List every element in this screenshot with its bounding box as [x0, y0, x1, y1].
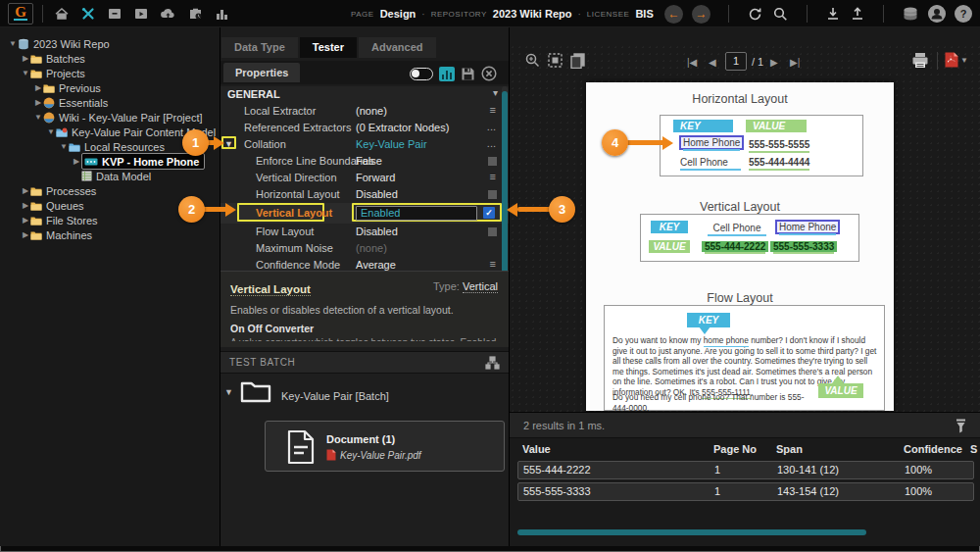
forward-button[interactable]: → — [692, 5, 710, 24]
chevron-down-icon[interactable]: ▼ — [33, 113, 43, 122]
account-icon[interactable] — [928, 5, 946, 23]
tree-item-essentials[interactable]: ▶Essentials — [0, 95, 220, 110]
batch-folder-icon[interactable] — [240, 377, 271, 404]
grooper-logo[interactable]: G — [8, 3, 33, 25]
page-value[interactable]: Design — [380, 8, 416, 20]
column-header-clipped[interactable]: S — [970, 443, 977, 455]
chevron-down-icon[interactable]: ▾ — [493, 87, 498, 98]
result-row[interactable]: 555-555-3333 1 143-154 (12) 100% — [517, 482, 974, 501]
tree-item-machines[interactable]: ▶Machines — [0, 227, 220, 242]
chevron-right-icon[interactable]: ▶ — [33, 83, 43, 92]
batch-hierarchy-icon[interactable] — [485, 356, 500, 370]
home-icon[interactable] — [54, 6, 70, 22]
value-editor[interactable]: Enabled — [356, 206, 477, 221]
property-row-vertical-layout[interactable]: Vertical Layout Enabled ✓ — [220, 203, 510, 224]
page-number-input[interactable]: 1 — [725, 52, 747, 71]
chevron-right-icon[interactable]: ▶ — [33, 98, 43, 107]
briefcase-clock-icon[interactable] — [187, 6, 204, 22]
properties-tab[interactable]: Properties — [223, 63, 300, 82]
toggle-switch[interactable] — [410, 68, 433, 80]
checkbox-unchecked[interactable] — [488, 227, 497, 236]
tools-icon[interactable] — [80, 6, 96, 22]
batch-folder-label[interactable]: Key-Value Pair [Batch] — [281, 390, 389, 402]
menu-icon[interactable]: ≡ — [490, 104, 496, 116]
tree-item-batches[interactable]: ▶Batches — [0, 51, 220, 66]
column-header-confidence[interactable]: Confidence — [904, 443, 962, 455]
property-group-general[interactable]: GENERAL ▾ — [220, 86, 510, 103]
close-icon[interactable] — [481, 66, 497, 81]
tab-data-type[interactable]: Data Type — [221, 37, 298, 58]
print-icon[interactable] — [911, 52, 929, 69]
zoom-icon[interactable] — [524, 52, 541, 69]
chevron-down-icon[interactable]: ▼ — [46, 127, 56, 136]
bar-chart-icon[interactable] — [215, 6, 229, 22]
chevron-down-icon[interactable]: ▼ — [224, 387, 233, 397]
selected-node[interactable]: KVP - Home Phone — [81, 153, 205, 170]
horizontal-scrollbar[interactable] — [517, 529, 866, 535]
chevron-down-icon[interactable]: ▼ — [21, 69, 30, 77]
property-row[interactable]: Flow Layout Disabled — [220, 224, 510, 240]
property-row[interactable]: Horizontal Layout Disabled — [220, 186, 510, 203]
tree-item-projects[interactable]: ▼Projects — [0, 66, 220, 80]
property-row[interactable]: Local Extractor (none) ≡ — [220, 103, 510, 120]
tab-tester[interactable]: Tester — [300, 37, 357, 58]
chevron-right-icon[interactable]: ▶ — [21, 54, 30, 63]
search-icon[interactable] — [772, 6, 789, 23]
help-icon[interactable]: ? — [955, 5, 972, 23]
export-pdf-icon[interactable] — [945, 52, 958, 68]
tree-item-repo[interactable]: ▼2023 Wiki Repo — [0, 36, 220, 51]
menu-icon[interactable]: ≡ — [490, 171, 496, 182]
pages-icon[interactable] — [569, 52, 586, 69]
tree-item-wiki-project[interactable]: ▼Wiki - Key-Value Pair [Project] — [0, 110, 220, 125]
chevron-right-icon[interactable]: ▶ — [21, 216, 30, 225]
download-icon[interactable] — [825, 6, 841, 22]
chevron-right-icon[interactable]: ▶ — [21, 186, 30, 195]
property-row[interactable]: Enforce Line Boundaries False — [220, 153, 510, 170]
last-page-button[interactable]: ▶| — [790, 57, 800, 68]
result-row[interactable]: 555-444-2222 1 130-141 (12) 100% — [517, 461, 974, 479]
cloud-upload-icon[interactable] — [160, 6, 176, 22]
property-row[interactable]: Referenced Extractors (0 Extractor Nodes… — [220, 120, 510, 136]
checkbox-unchecked[interactable] — [488, 157, 497, 166]
document-card[interactable]: Document (1) Key-Value Pair.pdf — [265, 421, 505, 472]
menu-icon[interactable]: ≡ — [490, 258, 496, 270]
prev-page-button[interactable]: ◀ — [709, 57, 716, 68]
next-page-button[interactable]: ▶ — [770, 57, 778, 68]
callout-3-arrow — [517, 207, 551, 212]
chevron-right-icon[interactable]: ▶ — [72, 157, 81, 166]
select-region-icon[interactable] — [547, 52, 564, 69]
property-row[interactable]: Vertical Direction Forward ≡ — [220, 170, 510, 186]
ellipsis-icon[interactable]: ... — [487, 137, 496, 149]
chevron-right-icon[interactable]: ▶ — [21, 201, 30, 210]
first-page-button[interactable]: |◀ — [687, 57, 697, 68]
repository-value[interactable]: 2023 Wiki Repo — [493, 8, 572, 20]
collapse-arrow-icon[interactable]: ▼ — [224, 139, 233, 149]
type-link[interactable]: Vertical — [463, 280, 498, 293]
upload-icon[interactable] — [850, 6, 865, 22]
filter-icon[interactable] — [954, 418, 968, 433]
tab-advanced[interactable]: Advanced — [359, 37, 436, 58]
batch-box-icon[interactable] — [107, 6, 122, 22]
property-row[interactable]: Maximum Noise (none) — [220, 240, 510, 257]
ellipsis-icon[interactable]: ... — [487, 121, 496, 132]
tree-item-kvp-home-phone[interactable]: ▶KVP - Home Phone — [0, 154, 220, 169]
tree-item-data-model[interactable]: Data Model — [0, 169, 220, 183]
refresh-icon[interactable] — [747, 6, 763, 23]
chevron-down-icon[interactable]: ▼ — [59, 142, 69, 151]
checkbox-checked[interactable]: ✓ — [483, 207, 495, 219]
column-header-page[interactable]: Page No — [713, 443, 757, 455]
batch-process-icon[interactable] — [133, 6, 149, 22]
property-row-collation[interactable]: ▼ Collation Key-Value Pair ... — [220, 136, 510, 153]
chevron-down-icon[interactable]: ▼ — [8, 39, 18, 48]
column-header-value[interactable]: Value — [522, 443, 551, 455]
save-icon[interactable] — [461, 67, 475, 81]
document-page[interactable]: Horizontal Layout KEY VALUE Home Phone 5… — [586, 82, 894, 411]
chevron-down-icon[interactable]: ▼ — [960, 56, 968, 65]
back-button[interactable]: ← — [664, 5, 683, 24]
database-icon[interactable] — [902, 6, 919, 23]
column-header-span[interactable]: Span — [776, 443, 803, 455]
chevron-right-icon[interactable]: ▶ — [21, 230, 30, 239]
diagnostics-chart-button[interactable] — [439, 67, 455, 81]
tree-item-previous[interactable]: ▶Previous — [0, 80, 220, 95]
checkbox-unchecked[interactable] — [488, 190, 497, 199]
